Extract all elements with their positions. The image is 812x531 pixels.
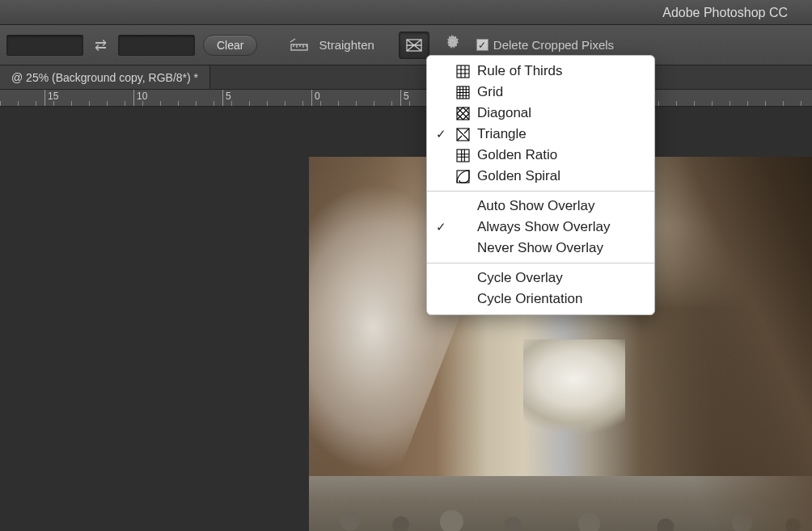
menu-item-label: Cycle Overlay: [477, 270, 563, 286]
app-title: Adobe Photoshop CC: [662, 6, 788, 19]
golden-spiral-icon: [455, 170, 471, 183]
menu-item-label: Golden Spiral: [477, 168, 560, 184]
menu-separator: [427, 263, 654, 263]
overlay-options-button[interactable]: [399, 32, 429, 59]
menu-item-triangle[interactable]: ✓ Triangle: [427, 124, 654, 145]
thirds-icon: [455, 65, 471, 78]
ruler-tick: 15: [44, 90, 58, 107]
menu-item-cycle-orientation[interactable]: Cycle Orientation: [427, 289, 654, 310]
horizontal-ruler[interactable]: 15 10 5 0 5: [0, 89, 812, 107]
checkbox-icon: ✓: [476, 39, 488, 51]
menu-item-rule-of-thirds[interactable]: Rule of Thirds: [427, 61, 654, 82]
menu-item-golden-ratio[interactable]: Golden Ratio: [427, 145, 654, 166]
app-titlebar: Adobe Photoshop CC: [0, 0, 812, 25]
triangle-icon: [455, 128, 471, 141]
check-icon: ✓: [433, 220, 448, 234]
svg-rect-6: [457, 150, 469, 162]
options-toolbar: ⇄ Clear Straighten ✓ Delete Cropped Pixe…: [0, 25, 812, 65]
menu-item-label: Golden Ratio: [477, 147, 557, 163]
menu-item-label: Never Show Overlay: [477, 240, 603, 256]
menu-item-label: Diagonal: [477, 105, 531, 121]
ruler-tick: 5: [222, 90, 231, 107]
menu-separator: [427, 191, 654, 192]
menu-item-always-show-overlay[interactable]: ✓ Always Show Overlay: [427, 217, 654, 238]
menu-item-never-show-overlay[interactable]: Never Show Overlay: [427, 238, 654, 259]
menu-item-label: Auto Show Overlay: [477, 198, 595, 214]
document-tab-label: @ 25% (Background copy, RGB/8*) *: [11, 71, 198, 84]
straighten-label: Straighten: [319, 38, 374, 52]
ruler-tick: 10: [133, 90, 147, 107]
diagonal-icon: [455, 107, 471, 120]
golden-ratio-icon: [455, 149, 471, 162]
swap-dimensions-icon[interactable]: ⇄: [91, 36, 110, 54]
ruler-tick: 0: [311, 90, 320, 107]
menu-item-grid[interactable]: Grid: [427, 82, 654, 103]
delete-cropped-label: Delete Cropped Pixels: [493, 38, 614, 52]
overlay-options-menu: Rule of Thirds Grid Diagonal ✓ Triangle …: [426, 55, 655, 315]
clear-button[interactable]: Clear: [203, 35, 257, 56]
check-icon: ✓: [433, 127, 448, 141]
menu-item-golden-spiral[interactable]: Golden Spiral: [427, 166, 654, 187]
menu-item-label: Triangle: [477, 126, 527, 142]
crop-height-input[interactable]: [118, 35, 195, 56]
delete-cropped-checkbox-wrap[interactable]: ✓ Delete Cropped Pixels: [476, 38, 614, 52]
menu-item-diagonal[interactable]: Diagonal: [427, 103, 654, 124]
svg-rect-2: [457, 65, 469, 78]
straighten-icon[interactable]: [288, 34, 311, 57]
crop-width-input[interactable]: [6, 35, 83, 56]
crop-settings-button[interactable]: [438, 34, 468, 56]
document-tab-bar: @ 25% (Background copy, RGB/8*) *: [0, 65, 812, 89]
menu-item-label: Always Show Overlay: [477, 219, 610, 235]
grid-icon: [455, 86, 471, 99]
canvas-area[interactable]: [0, 107, 812, 531]
ruler-tick: 5: [400, 90, 409, 107]
menu-item-label: Rule of Thirds: [477, 63, 563, 79]
menu-item-label: Grid: [477, 84, 503, 100]
menu-item-cycle-overlay[interactable]: Cycle Overlay: [427, 268, 654, 289]
document-tab[interactable]: @ 25% (Background copy, RGB/8*) *: [0, 65, 210, 89]
menu-item-label: Cycle Orientation: [477, 291, 582, 307]
menu-item-auto-show-overlay[interactable]: Auto Show Overlay: [427, 196, 654, 217]
